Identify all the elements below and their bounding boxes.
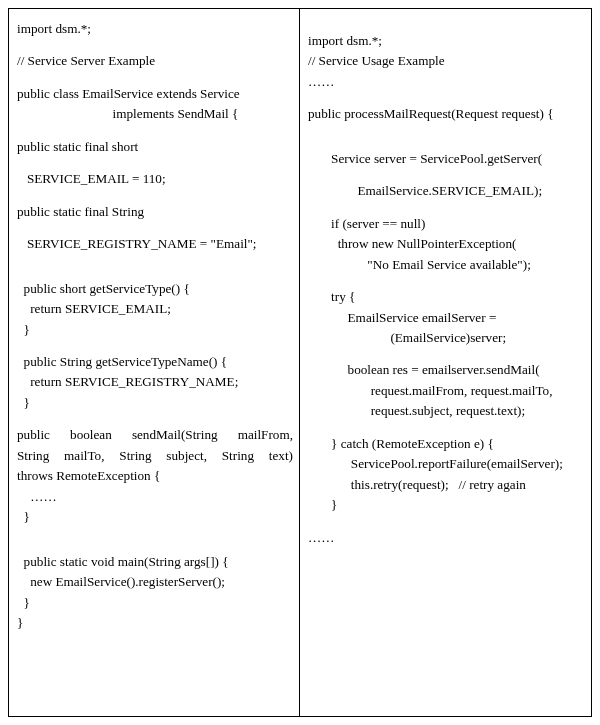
blank-line bbox=[308, 422, 585, 434]
page: import dsm.*; // Service Server Example … bbox=[0, 0, 600, 725]
code-line: // Service Server Example bbox=[17, 51, 293, 71]
code-table: import dsm.*; // Service Server Example … bbox=[8, 8, 592, 717]
code-line: String mailTo, String subject, String te… bbox=[17, 446, 293, 466]
code-line: } bbox=[308, 495, 585, 515]
left-column: import dsm.*; // Service Server Example … bbox=[9, 9, 300, 716]
code-line: ServicePool.reportFailure(emailServer); bbox=[308, 454, 585, 474]
code-line: return SERVICE_EMAIL; bbox=[17, 299, 293, 319]
code-line: …… bbox=[308, 528, 585, 548]
blank-line bbox=[17, 222, 293, 234]
code-line: throw new NullPointerException( bbox=[308, 234, 585, 254]
code-line: public static final String bbox=[17, 202, 293, 222]
code-line: …… bbox=[17, 487, 293, 507]
code-line: boolean res = emailserver.sendMail( bbox=[308, 360, 585, 380]
blank-line bbox=[17, 157, 293, 169]
code-line: public short getServiceType() { bbox=[17, 279, 293, 299]
blank-line bbox=[17, 528, 293, 540]
code-line: } bbox=[17, 613, 293, 633]
blank-line bbox=[17, 267, 293, 279]
code-line: } bbox=[17, 593, 293, 613]
blank-line bbox=[308, 516, 585, 528]
code-line: public processMailRequest(Request reques… bbox=[308, 104, 585, 124]
code-line: public boolean sendMail(String mailFrom, bbox=[17, 425, 293, 445]
code-line: this.retry(request); // retry again bbox=[308, 475, 585, 495]
right-column: import dsm.*; // Service Usage Example …… bbox=[300, 9, 591, 716]
blank-line bbox=[17, 39, 293, 51]
code-line: throws RemoteException { bbox=[17, 466, 293, 486]
code-line: if (server == null) bbox=[308, 214, 585, 234]
code-line: public String getServiceTypeName() { bbox=[17, 352, 293, 372]
code-line: public static void main(String args[]) { bbox=[17, 552, 293, 572]
blank-line bbox=[308, 19, 585, 31]
blank-line bbox=[17, 72, 293, 84]
code-line: SERVICE_EMAIL = 110; bbox=[17, 169, 293, 189]
code-line: implements SendMail { bbox=[17, 104, 293, 124]
blank-line bbox=[17, 125, 293, 137]
code-line: import dsm.*; bbox=[17, 19, 293, 39]
blank-line bbox=[308, 125, 585, 137]
blank-line bbox=[308, 92, 585, 104]
code-line: // Service Usage Example bbox=[308, 51, 585, 71]
code-line: EmailService emailServer = bbox=[308, 308, 585, 328]
blank-line bbox=[17, 255, 293, 267]
blank-line bbox=[17, 340, 293, 352]
code-line: } bbox=[17, 393, 293, 413]
blank-line bbox=[308, 137, 585, 149]
blank-line bbox=[308, 275, 585, 287]
code-line: (EmailService)server; bbox=[308, 328, 585, 348]
code-line: EmailService.SERVICE_EMAIL); bbox=[308, 181, 585, 201]
code-line: request.subject, request.text); bbox=[308, 401, 585, 421]
blank-line bbox=[17, 413, 293, 425]
code-line: } catch (RemoteException e) { bbox=[308, 434, 585, 454]
code-line: import dsm.*; bbox=[308, 31, 585, 51]
blank-line bbox=[308, 169, 585, 181]
code-line: new EmailService().registerServer(); bbox=[17, 572, 293, 592]
code-line: } bbox=[17, 320, 293, 340]
code-line: …… bbox=[308, 72, 585, 92]
code-line: request.mailFrom, request.mailTo, bbox=[308, 381, 585, 401]
code-line: "No Email Service available"); bbox=[308, 255, 585, 275]
code-line: public static final short bbox=[17, 137, 293, 157]
blank-line bbox=[17, 540, 293, 552]
blank-line bbox=[308, 348, 585, 360]
code-line: return SERVICE_REGISTRY_NAME; bbox=[17, 372, 293, 392]
code-line: Service server = ServicePool.getServer( bbox=[308, 149, 585, 169]
code-line: public class EmailService extends Servic… bbox=[17, 84, 293, 104]
code-line: } bbox=[17, 507, 293, 527]
code-line: try { bbox=[308, 287, 585, 307]
code-line: SERVICE_REGISTRY_NAME = "Email"; bbox=[17, 234, 293, 254]
blank-line bbox=[308, 202, 585, 214]
blank-line bbox=[17, 190, 293, 202]
